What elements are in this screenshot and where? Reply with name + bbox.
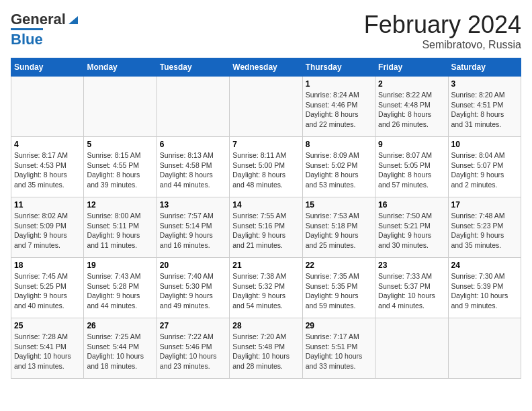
day-info: Sunrise: 8:22 AM Sunset: 4:48 PM Dayligh… <box>378 90 445 130</box>
day-number: 8 <box>306 140 372 149</box>
calendar-cell: 20Sunrise: 7:40 AM Sunset: 5:30 PM Dayli… <box>157 258 229 318</box>
day-info: Sunrise: 7:20 AM Sunset: 5:48 PM Dayligh… <box>232 332 299 371</box>
day-number: 4 <box>14 140 81 149</box>
calendar-week-3: 11Sunrise: 8:02 AM Sunset: 5:09 PM Dayli… <box>11 197 521 258</box>
day-info: Sunrise: 8:13 AM Sunset: 4:58 PM Dayligh… <box>160 150 226 190</box>
day-info: Sunrise: 7:43 AM Sunset: 5:28 PM Dayligh… <box>87 271 153 311</box>
day-info: Sunrise: 7:38 AM Sunset: 5:32 PM Dayligh… <box>232 271 299 311</box>
day-info: Sunrise: 7:40 AM Sunset: 5:30 PM Dayligh… <box>160 271 226 311</box>
day-info: Sunrise: 7:35 AM Sunset: 5:35 PM Dayligh… <box>306 271 372 311</box>
day-info: Sunrise: 8:02 AM Sunset: 5:09 PM Dayligh… <box>14 211 81 250</box>
calendar-cell <box>84 77 157 137</box>
day-info: Sunrise: 7:45 AM Sunset: 5:25 PM Dayligh… <box>14 271 81 311</box>
calendar-cell: 2Sunrise: 8:22 AM Sunset: 4:48 PM Daylig… <box>375 77 448 137</box>
calendar-cell: 11Sunrise: 8:02 AM Sunset: 5:09 PM Dayli… <box>11 197 84 258</box>
day-number: 21 <box>232 261 299 270</box>
day-number: 11 <box>14 200 81 210</box>
day-info: Sunrise: 8:00 AM Sunset: 5:11 PM Dayligh… <box>87 211 153 250</box>
day-number: 7 <box>232 140 299 149</box>
day-header-wednesday: Wednesday <box>230 58 302 77</box>
day-number: 15 <box>306 200 372 210</box>
day-number: 9 <box>378 140 445 149</box>
day-number: 1 <box>306 79 372 89</box>
calendar-location: Semibratovo, Russia <box>364 39 521 51</box>
day-header-tuesday: Tuesday <box>157 58 229 77</box>
calendar-cell: 29Sunrise: 7:17 AM Sunset: 5:51 PM Dayli… <box>302 318 375 379</box>
day-number: 26 <box>87 321 153 330</box>
calendar-cell: 6Sunrise: 8:13 AM Sunset: 4:58 PM Daylig… <box>157 137 229 197</box>
day-info: Sunrise: 8:17 AM Sunset: 4:53 PM Dayligh… <box>14 150 81 190</box>
logo-arrow-icon <box>66 12 81 27</box>
calendar-cell: 1Sunrise: 8:24 AM Sunset: 4:46 PM Daylig… <box>302 77 375 137</box>
day-header-saturday: Saturday <box>448 58 521 77</box>
calendar-cell: 3Sunrise: 8:20 AM Sunset: 4:51 PM Daylig… <box>448 77 521 137</box>
day-info: Sunrise: 8:04 AM Sunset: 5:07 PM Dayligh… <box>451 150 518 190</box>
calendar-title-area: February 2024 Semibratovo, Russia <box>364 11 521 51</box>
day-info: Sunrise: 7:50 AM Sunset: 5:21 PM Dayligh… <box>378 211 445 250</box>
calendar-cell: 7Sunrise: 8:11 AM Sunset: 5:00 PM Daylig… <box>230 137 302 197</box>
day-number: 25 <box>14 321 81 330</box>
day-number: 14 <box>232 200 299 210</box>
calendar-table: SundayMondayTuesdayWednesdayThursdayFrid… <box>11 58 521 379</box>
day-info: Sunrise: 7:17 AM Sunset: 5:51 PM Dayligh… <box>306 332 372 371</box>
calendar-cell: 27Sunrise: 7:22 AM Sunset: 5:46 PM Dayli… <box>157 318 229 379</box>
day-info: Sunrise: 7:28 AM Sunset: 5:41 PM Dayligh… <box>14 332 81 371</box>
calendar-cell <box>11 77 84 137</box>
day-number: 28 <box>232 321 299 330</box>
logo: General Blue <box>11 11 81 48</box>
day-number: 27 <box>160 321 226 330</box>
logo-blue: Blue <box>11 28 43 48</box>
calendar-week-5: 25Sunrise: 7:28 AM Sunset: 5:41 PM Dayli… <box>11 318 521 379</box>
day-header-friday: Friday <box>375 58 448 77</box>
page-header: General Blue February 2024 Semibratovo, … <box>11 11 521 51</box>
day-info: Sunrise: 7:25 AM Sunset: 5:44 PM Dayligh… <box>87 332 153 371</box>
calendar-cell: 14Sunrise: 7:55 AM Sunset: 5:16 PM Dayli… <box>230 197 302 258</box>
calendar-cell <box>157 77 229 137</box>
calendar-cell: 28Sunrise: 7:20 AM Sunset: 5:48 PM Dayli… <box>230 318 302 379</box>
calendar-header-row: SundayMondayTuesdayWednesdayThursdayFrid… <box>11 58 521 77</box>
day-number: 23 <box>378 261 445 270</box>
day-number: 29 <box>306 321 372 330</box>
day-header-sunday: Sunday <box>11 58 84 77</box>
day-number: 12 <box>87 200 153 210</box>
calendar-cell: 8Sunrise: 8:09 AM Sunset: 5:02 PM Daylig… <box>302 137 375 197</box>
calendar-cell: 22Sunrise: 7:35 AM Sunset: 5:35 PM Dayli… <box>302 258 375 318</box>
day-number: 20 <box>160 261 226 270</box>
day-number: 6 <box>160 140 226 149</box>
calendar-cell: 9Sunrise: 8:07 AM Sunset: 5:05 PM Daylig… <box>375 137 448 197</box>
calendar-cell: 17Sunrise: 7:48 AM Sunset: 5:23 PM Dayli… <box>448 197 521 258</box>
calendar-body: 1Sunrise: 8:24 AM Sunset: 4:46 PM Daylig… <box>11 77 521 379</box>
calendar-cell: 16Sunrise: 7:50 AM Sunset: 5:21 PM Dayli… <box>375 197 448 258</box>
day-header-monday: Monday <box>84 58 157 77</box>
calendar-cell <box>448 318 521 379</box>
day-info: Sunrise: 8:09 AM Sunset: 5:02 PM Dayligh… <box>306 150 372 190</box>
calendar-cell: 4Sunrise: 8:17 AM Sunset: 4:53 PM Daylig… <box>11 137 84 197</box>
day-info: Sunrise: 8:07 AM Sunset: 5:05 PM Dayligh… <box>378 150 445 190</box>
day-info: Sunrise: 7:55 AM Sunset: 5:16 PM Dayligh… <box>232 211 299 250</box>
day-header-thursday: Thursday <box>302 58 375 77</box>
day-number: 13 <box>160 200 226 210</box>
day-number: 24 <box>451 261 518 270</box>
day-number: 5 <box>87 140 153 149</box>
day-number: 10 <box>451 140 518 149</box>
logo-general: General <box>11 11 66 28</box>
calendar-cell: 18Sunrise: 7:45 AM Sunset: 5:25 PM Dayli… <box>11 258 84 318</box>
calendar-cell: 26Sunrise: 7:25 AM Sunset: 5:44 PM Dayli… <box>84 318 157 379</box>
calendar-cell: 19Sunrise: 7:43 AM Sunset: 5:28 PM Dayli… <box>84 258 157 318</box>
calendar-week-2: 4Sunrise: 8:17 AM Sunset: 4:53 PM Daylig… <box>11 137 521 197</box>
day-number: 16 <box>378 200 445 210</box>
calendar-cell: 23Sunrise: 7:33 AM Sunset: 5:37 PM Dayli… <box>375 258 448 318</box>
day-number: 3 <box>451 79 518 89</box>
day-info: Sunrise: 7:22 AM Sunset: 5:46 PM Dayligh… <box>160 332 226 371</box>
calendar-week-1: 1Sunrise: 8:24 AM Sunset: 4:46 PM Daylig… <box>11 77 521 137</box>
day-info: Sunrise: 8:11 AM Sunset: 5:00 PM Dayligh… <box>232 150 299 190</box>
calendar-cell: 21Sunrise: 7:38 AM Sunset: 5:32 PM Dayli… <box>230 258 302 318</box>
calendar-cell: 5Sunrise: 8:15 AM Sunset: 4:55 PM Daylig… <box>84 137 157 197</box>
day-info: Sunrise: 7:30 AM Sunset: 5:39 PM Dayligh… <box>451 271 518 311</box>
day-info: Sunrise: 8:24 AM Sunset: 4:46 PM Dayligh… <box>306 90 372 130</box>
calendar-cell <box>375 318 448 379</box>
calendar-cell: 25Sunrise: 7:28 AM Sunset: 5:41 PM Dayli… <box>11 318 84 379</box>
day-info: Sunrise: 7:48 AM Sunset: 5:23 PM Dayligh… <box>451 211 518 250</box>
day-number: 22 <box>306 261 372 270</box>
day-info: Sunrise: 7:53 AM Sunset: 5:18 PM Dayligh… <box>306 211 372 250</box>
